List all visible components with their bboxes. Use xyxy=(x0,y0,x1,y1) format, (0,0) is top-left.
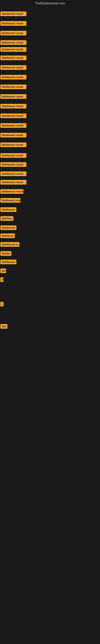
bottleneck-result-button-2[interactable]: Bottleneck result xyxy=(0,21,26,26)
site-title: TheBottlenecker.com xyxy=(0,0,100,7)
bottleneck-result-button-6[interactable]: Bottleneck result xyxy=(0,56,26,60)
bottleneck-result-button-30[interactable]: B xyxy=(0,277,3,282)
bottleneck-result-button-19[interactable]: Bottleneck result xyxy=(0,180,26,184)
bottleneck-result-button-31[interactable]: | xyxy=(0,302,3,306)
bottleneck-result-button-15[interactable]: Bottleneck result xyxy=(0,142,26,147)
bottleneck-result-button-22[interactable]: Bottleneck xyxy=(0,207,16,212)
bottleneck-result-button-4[interactable]: Bottleneck result xyxy=(0,40,26,45)
bottleneck-result-button-12[interactable]: Bottleneck result xyxy=(0,114,26,118)
bottleneck-result-button-28[interactable]: Bottleneck xyxy=(0,260,16,264)
bottleneck-result-button-14[interactable]: Bottleneck result xyxy=(0,133,26,138)
bottleneck-result-button-25[interactable]: Bottlenec xyxy=(0,234,15,238)
bottleneck-result-button-23[interactable]: Bottlene xyxy=(0,216,13,221)
bottleneck-result-button-3[interactable]: Bottleneck result xyxy=(0,31,26,36)
bottleneck-result-button-21[interactable]: Bottleneck resu xyxy=(0,198,20,203)
bottleneck-result-button-10[interactable]: Bottleneck result xyxy=(0,94,26,99)
bottleneck-result-button-7[interactable]: Bottleneck result xyxy=(0,65,26,70)
bottleneck-result-button-26[interactable]: Bottleneck re xyxy=(0,242,19,247)
bottleneck-result-button-24[interactable]: Bottleneck xyxy=(0,226,16,230)
bottleneck-result-button-16[interactable]: Bottleneck result xyxy=(0,153,26,158)
bottleneck-result-button-1[interactable]: Bottleneck result xyxy=(0,12,26,16)
bottleneck-result-button-27[interactable]: Bottler xyxy=(0,251,11,256)
bottleneck-result-button-20[interactable]: Bottleneck result xyxy=(0,189,23,194)
bottleneck-result-button-5[interactable]: Bottleneck result xyxy=(0,47,26,52)
bottleneck-result-button-29[interactable]: Bo xyxy=(0,268,6,273)
bottleneck-result-button-8[interactable]: Bottleneck result xyxy=(0,75,26,80)
bottleneck-result-button-9[interactable]: Bottleneck result xyxy=(0,84,26,89)
bottleneck-result-button-17[interactable]: Bottleneck result xyxy=(0,162,26,167)
bottleneck-result-button-11[interactable]: Bottleneck result xyxy=(0,104,26,108)
bottleneck-result-button-13[interactable]: Bottleneck result xyxy=(0,123,26,128)
bottleneck-result-button-18[interactable]: Bottleneck result xyxy=(0,172,26,176)
bottleneck-result-button-32[interactable]: Bot xyxy=(0,324,7,329)
